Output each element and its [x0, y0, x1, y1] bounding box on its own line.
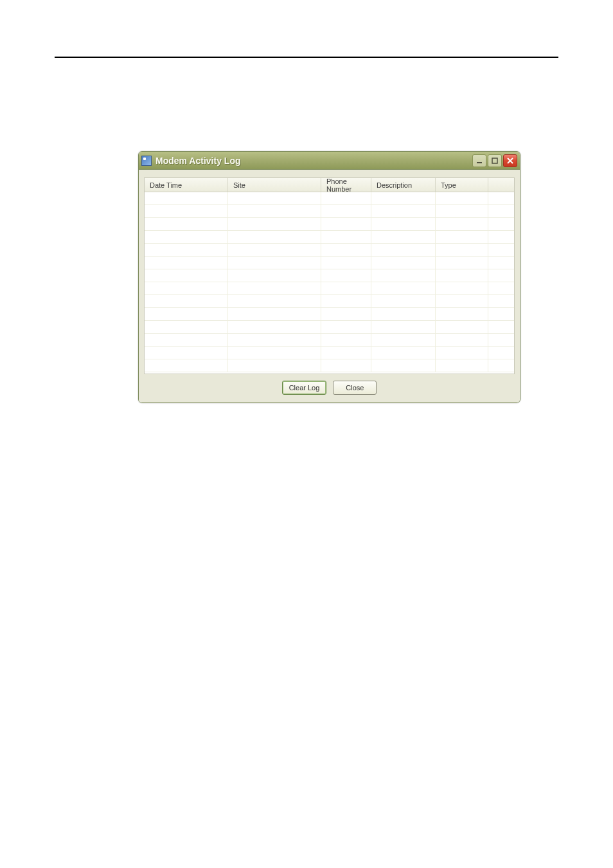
- close-window-button[interactable]: [503, 154, 517, 167]
- table-row[interactable]: [145, 321, 514, 334]
- table-header: Date Time Site Phone Number Description …: [145, 178, 514, 192]
- window-controls: [472, 154, 517, 167]
- svg-rect-0: [477, 162, 482, 163]
- table-row[interactable]: [145, 218, 514, 231]
- table-row[interactable]: [145, 244, 514, 257]
- svg-rect-1: [492, 158, 497, 163]
- table-row[interactable]: [145, 295, 514, 308]
- column-header-type[interactable]: Type: [436, 178, 488, 192]
- table-row[interactable]: [145, 192, 514, 205]
- table-row[interactable]: [145, 334, 514, 347]
- table-row[interactable]: [145, 269, 514, 282]
- clear-log-button[interactable]: Clear Log: [282, 381, 327, 395]
- table-row[interactable]: [145, 257, 514, 269]
- minimize-icon: [476, 158, 483, 164]
- column-header-phone[interactable]: Phone Number: [321, 178, 371, 192]
- titlebar[interactable]: Modem Activity Log: [139, 152, 520, 170]
- table-row[interactable]: [145, 347, 514, 359]
- table-row[interactable]: [145, 231, 514, 244]
- modem-activity-log-window: Modem Activity Log Date: [138, 151, 520, 403]
- minimize-button[interactable]: [472, 154, 486, 167]
- table-row[interactable]: [145, 282, 514, 295]
- maximize-icon: [492, 158, 498, 164]
- close-icon: [507, 158, 513, 164]
- maximize-button[interactable]: [488, 154, 502, 167]
- activity-log-table: Date Time Site Phone Number Description …: [144, 177, 515, 374]
- app-icon: [141, 156, 152, 166]
- table-rows: [145, 192, 514, 372]
- column-header-site[interactable]: Site: [228, 178, 321, 192]
- table-row[interactable]: [145, 205, 514, 218]
- column-header-datetime[interactable]: Date Time: [145, 178, 228, 192]
- window-title: Modem Activity Log: [155, 156, 472, 166]
- table-row[interactable]: [145, 308, 514, 321]
- window-body: Date Time Site Phone Number Description …: [139, 170, 520, 402]
- page-divider: [55, 57, 558, 58]
- close-button[interactable]: Close: [333, 381, 377, 395]
- button-row: Clear Log Close: [144, 374, 515, 397]
- column-header-description[interactable]: Description: [371, 178, 436, 192]
- table-row[interactable]: [145, 359, 514, 372]
